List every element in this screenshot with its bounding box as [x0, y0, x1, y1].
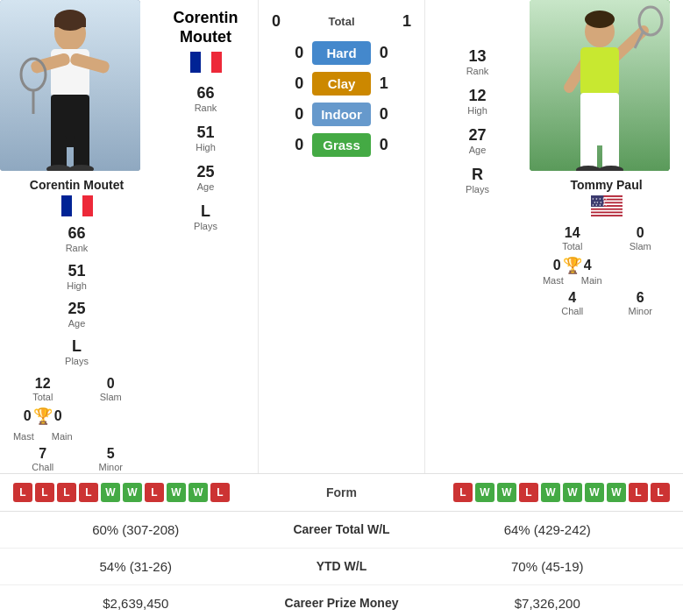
rc-rank-label: Rank — [466, 66, 489, 77]
main-container: Corentin Moutet 66 Rank 51 High — [0, 0, 683, 616]
stats-row-0: 60% (307-208) Career Total W/L 64% (429-… — [0, 512, 683, 549]
left-mast-cell: 0 🏆 0 Mast Main — [9, 407, 77, 443]
lc-age: 25 Age — [196, 164, 214, 193]
left-slam-label: Slam — [100, 392, 122, 403]
left-main-label: Main — [52, 431, 73, 443]
form-left-2: L — [57, 483, 76, 502]
form-label: Form — [289, 485, 395, 499]
left-plays-value: L — [72, 338, 82, 356]
right-spacer — [607, 256, 675, 287]
right-slam-label: Slam — [630, 241, 651, 252]
left-bottom-stats: 12 Total 0 Slam 0 🏆 0 Mast Main — [0, 376, 153, 473]
form-section: LLLLWWLWWL Form LWWLWWWWLL — [0, 474, 683, 512]
form-right-8: L — [629, 483, 648, 502]
lc-high: 51 High — [196, 124, 216, 153]
right-mast-trophy-row: 0 🏆 4 — [553, 256, 592, 275]
left-center-stats: 66 Rank 51 High 25 Age L Plays — [194, 85, 217, 232]
moutet-center-flag — [190, 52, 222, 73]
rc-plays-label: Plays — [466, 184, 489, 195]
right-slam-value: 0 — [637, 225, 644, 241]
left-player-name: Corentin Moutet — [0, 178, 153, 192]
left-minor-label: Minor — [98, 462, 123, 473]
right-player-panel: Tommy Paul ★ ★ ★ ★ ★ ★ ★ ★ ★ ★ ★ ★ ★ ★ — [530, 0, 683, 473]
stat-left-1: 54% (31-26) — [18, 559, 254, 574]
lc-plays-value: L — [201, 203, 210, 221]
rc-age-label: Age — [469, 145, 487, 156]
h2h-hard-left: 0 — [286, 44, 312, 62]
right-total-label: Total — [562, 241, 582, 252]
left-high-value: 51 — [68, 263, 85, 280]
svg-rect-4 — [54, 20, 86, 27]
h2h-total-label: Total — [289, 15, 394, 28]
rc-high-value: 12 — [468, 88, 486, 105]
left-rank-label: Rank — [66, 243, 89, 254]
form-right-3: L — [519, 483, 538, 502]
h2h-indoor-right: 0 — [371, 105, 397, 124]
h2h-grass-badge: Grass — [312, 133, 371, 157]
h2h-total-left: 0 — [263, 12, 289, 31]
form-right-2: W — [497, 483, 516, 502]
lc-plays: L Plays — [194, 203, 217, 232]
right-center-block: 13 Rank 12 High 27 Age R Plays — [424, 0, 530, 473]
right-center-stats: 13 Rank 12 High 27 Age R Plays — [466, 48, 489, 195]
right-mast-main-labels: Mast Main — [543, 275, 602, 287]
form-left-4: W — [101, 483, 120, 502]
left-player-flag — [0, 195, 153, 216]
form-left-9: L — [210, 483, 230, 502]
left-slam-value: 0 — [107, 376, 115, 392]
form-left-0: L — [13, 483, 32, 502]
right-minor-value: 6 — [637, 290, 644, 306]
left-player-photo — [0, 0, 140, 171]
svg-rect-23 — [602, 135, 619, 171]
h2h-total-right: 1 — [394, 12, 420, 31]
right-minor-label: Minor — [628, 306, 652, 317]
svg-rect-22 — [580, 135, 597, 171]
trophy-icon-right: 🏆 — [563, 256, 582, 275]
lc-rank: 66 Rank — [195, 85, 217, 114]
svg-point-17 — [585, 11, 615, 28]
right-total-cell: 14 Total — [538, 225, 607, 252]
lc-plays-label: Plays — [194, 221, 217, 232]
left-total-value: 12 — [35, 376, 51, 392]
form-right-7: W — [607, 483, 626, 502]
lc-age-label: Age — [197, 181, 215, 193]
h2h-clay-badge: Clay — [312, 72, 371, 96]
svg-rect-33 — [591, 210, 623, 212]
lc-age-value: 25 — [196, 164, 214, 181]
left-slam-cell: 0 Slam — [77, 376, 146, 403]
h2h-grass-right: 0 — [371, 136, 397, 154]
left-mast-trophy-row: 0 🏆 0 — [24, 407, 62, 426]
left-mast-main-labels: Mast Main — [13, 431, 73, 443]
form-badges-right: LWWLWWWWLL — [395, 483, 671, 502]
right-chall-label: Chall — [561, 306, 583, 317]
rc-rank-value: 13 — [468, 48, 486, 66]
right-bottom-stats: 14 Total 0 Slam 0 🏆 4 Mast Main — [530, 225, 683, 317]
svg-rect-34 — [591, 213, 623, 215]
h2h-surface-row-grass: 0 Grass 0 — [286, 133, 397, 157]
left-stat-high: 51 High — [4, 263, 149, 292]
right-player-photo — [530, 0, 670, 171]
h2h-clay-right: 1 — [371, 74, 397, 93]
form-left-8: W — [189, 483, 208, 502]
h2h-clay-left: 0 — [286, 74, 312, 93]
rc-age: 27 Age — [468, 127, 486, 156]
h2h-indoor-badge: Indoor — [312, 103, 371, 126]
left-plays-label: Plays — [65, 356, 89, 367]
stats-row-2: $2,639,450 Career Prize Money $7,326,200 — [0, 585, 683, 616]
rc-plays: R Plays — [466, 166, 489, 195]
left-mast-value: 0 — [24, 408, 32, 424]
form-left-5: W — [123, 483, 142, 502]
svg-text:★ ★ ★ ★ ★: ★ ★ ★ ★ ★ — [592, 203, 608, 207]
stat-center-0: Career Total W/L — [254, 522, 430, 536]
form-right-4: W — [541, 483, 560, 502]
flag-red — [82, 195, 93, 216]
right-main-value: 4 — [584, 258, 592, 273]
form-right-6: W — [585, 483, 604, 502]
right-player-name: Tommy Paul — [530, 178, 683, 192]
h2h-grass-left: 0 — [286, 136, 312, 154]
form-badges-left: LLLLWWLWWL — [13, 483, 289, 502]
middle-h2h: Corentin Moutet 66 Rank — [153, 0, 530, 473]
right-slam-cell: 0 Slam — [607, 225, 675, 252]
left-center-block: Corentin Moutet 66 Rank — [153, 0, 259, 473]
lc-rank-value: 66 — [196, 85, 214, 103]
